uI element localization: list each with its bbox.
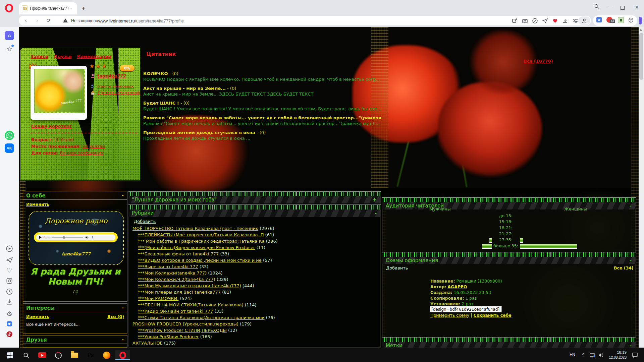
minimize-button[interactable]: — bbox=[605, 3, 615, 11]
rubric-link[interactable]: МОЁ ТВОРЧЕСТВО Татьяна Казачкова (поэт -… bbox=[132, 226, 258, 231]
reader-settings-icon[interactable] bbox=[572, 18, 578, 24]
quote-title-link[interactable]: Рамочка "Смоет море печаль и заботы... у… bbox=[143, 115, 382, 120]
send-flow-icon[interactable] bbox=[542, 18, 548, 24]
rubric-link[interactable]: ***(Мои работы)Видео-маски для Prochow P… bbox=[138, 245, 255, 250]
rubric-link[interactable]: ***Стихи.Татьяна Казачкова(Авторская стр… bbox=[138, 315, 265, 320]
play-icon[interactable] bbox=[39, 236, 42, 239]
bookmarks-star-icon[interactable]: ☆ bbox=[5, 44, 14, 54]
quote-title-link[interactable]: Будет ШАНС ! bbox=[143, 101, 179, 106]
vk-icon[interactable]: VK bbox=[5, 143, 14, 153]
opera-taskbar-icon[interactable] bbox=[115, 350, 130, 360]
opera-logo-icon[interactable] bbox=[5, 4, 13, 12]
field-value[interactable]: не указан bbox=[83, 144, 105, 149]
new-tab-button[interactable]: + bbox=[79, 4, 88, 13]
back-icon[interactable]: ‹ bbox=[22, 17, 30, 23]
make-start-link[interactable]: Сделать стартовой bbox=[97, 90, 140, 95]
about-short-link[interactable]: Скажу коротко! bbox=[31, 124, 71, 129]
field-value[interactable]: (1 Июля) bbox=[54, 137, 74, 142]
rubric-link[interactable]: ***Proshow Producer СТИЛИ,ПЕРЕХОДЫ bbox=[138, 328, 227, 333]
scheme-try-link[interactable]: Примерить схему bbox=[430, 313, 469, 318]
find-friends-link[interactable]: Найти знакомых bbox=[97, 84, 134, 89]
rubric-link[interactable]: ***ПЛЕЙКАСТЫ (Моё творчество)Татьяна Каз… bbox=[138, 232, 264, 237]
forward-icon[interactable]: › bbox=[34, 17, 41, 23]
scheme-save-link[interactable]: Сохранить себе bbox=[474, 313, 512, 318]
radio-user-link[interactable]: tane4ka777 bbox=[62, 251, 91, 256]
quotes-all-link[interactable]: Вся (10770) bbox=[524, 59, 553, 64]
reload-icon[interactable]: ⟳ bbox=[45, 17, 52, 23]
extensions-cube-icon[interactable] bbox=[628, 17, 634, 23]
rubric-link[interactable]: ***Мои плееры для Вас! tane4ka777 bbox=[138, 290, 221, 295]
blog-expand-button[interactable]: + bbox=[372, 197, 377, 203]
notification-center-icon[interactable] bbox=[632, 352, 638, 359]
schemes-add[interactable]: Добавить bbox=[385, 264, 409, 271]
profile-nav-link[interactable]: Комментарии bbox=[77, 54, 111, 59]
about-edit-link[interactable]: Изменить bbox=[26, 202, 49, 207]
downloads-icon[interactable] bbox=[5, 297, 14, 307]
close-button[interactable]: × bbox=[632, 3, 642, 11]
avatar-frame[interactable]: tane4ka 777 bbox=[31, 66, 87, 120]
settings-gear-icon[interactable]: ⚙ bbox=[5, 309, 14, 318]
rubric-link[interactable]: ***Мои РАМОЧКИ. bbox=[138, 296, 178, 301]
rubric-link[interactable]: PROSHOW PRODUCER (Уроки,стили,переходы) bbox=[132, 321, 238, 326]
whatsapp-icon[interactable] bbox=[5, 131, 14, 140]
interests-collapse-button[interactable]: - bbox=[122, 305, 124, 311]
interests-all-link[interactable]: Все (0) bbox=[107, 314, 124, 319]
download-icon[interactable] bbox=[562, 18, 568, 24]
sidebar-panel-toggle[interactable] bbox=[639, 17, 642, 24]
workspace-home-icon[interactable]: ⌂ bbox=[5, 31, 14, 40]
rubrics-collapse-button[interactable]: - bbox=[375, 210, 377, 216]
telegram-icon[interactable] bbox=[5, 255, 14, 265]
profile-avatar-button[interactable] bbox=[578, 16, 590, 25]
rubric-link[interactable]: ***Радио Он-Лайн от tane4ki 777 bbox=[138, 309, 213, 314]
player-progress[interactable] bbox=[52, 237, 83, 238]
design-code-input[interactable] bbox=[430, 306, 502, 312]
browser-search-icon[interactable] bbox=[592, 3, 602, 11]
taskbar-search-icon[interactable] bbox=[19, 350, 34, 360]
quote-title-link[interactable]: Прохладный летний дождь стучался в окна bbox=[143, 130, 255, 135]
share-edit-icon[interactable] bbox=[512, 18, 518, 24]
field-value[interactable]: Личное сообщение bbox=[59, 150, 103, 156]
username-link[interactable]: tane4ka777 bbox=[97, 73, 126, 78]
language-indicator[interactable]: EN bbox=[570, 352, 575, 357]
firefox-icon[interactable] bbox=[99, 350, 114, 360]
rubric-link[interactable]: ***Мои Коллажи(tane4ka 777) bbox=[138, 270, 207, 276]
browser-tab[interactable]: Профиль tane4ka777 - П bbox=[19, 2, 77, 14]
progress-handle[interactable] bbox=[63, 236, 65, 239]
translate-extension-icon[interactable]: a bbox=[596, 17, 602, 22]
quote-title-link[interactable]: КОЛЕЧКО bbox=[143, 71, 168, 76]
friends-collapse-button[interactable]: - bbox=[122, 337, 124, 343]
rubric-link[interactable]: ***Мои Музыкальные открытки.(tane4ka777) bbox=[138, 283, 241, 288]
tags-collapse-button[interactable]: - bbox=[630, 343, 632, 348]
history-clock-icon[interactable] bbox=[5, 287, 14, 296]
scrollbar-thumb[interactable] bbox=[639, 33, 643, 80]
rubric-link[interactable]: ***ВИДЕО,которое я создаю ,песни на мои … bbox=[138, 258, 262, 263]
scrollbar-up-arrow[interactable]: ▲ bbox=[640, 28, 642, 31]
profile-nav-link[interactable]: Записи bbox=[31, 54, 48, 59]
snapshot-camera-icon[interactable] bbox=[522, 18, 528, 24]
start-button[interactable] bbox=[3, 350, 17, 360]
maximize-button[interactable] bbox=[621, 6, 625, 10]
taskbar-clock[interactable]: 18:19 12.08.2023 bbox=[606, 350, 627, 360]
player-icon[interactable] bbox=[5, 244, 14, 253]
likes-heart-icon[interactable]: ♡ bbox=[5, 265, 14, 275]
url-text[interactable]: www.liveinternet.ru/users/tane4ka777/pro… bbox=[98, 18, 184, 23]
capture-extension-icon[interactable] bbox=[618, 17, 624, 23]
player-menu-icon[interactable]: ⋮ bbox=[91, 236, 95, 239]
rubric-link[interactable]: *** Мои работы в Графических редакторах:… bbox=[138, 239, 265, 244]
bookmark-heart-icon[interactable] bbox=[552, 18, 558, 24]
schemes-all-link[interactable]: Все (34) bbox=[614, 264, 634, 271]
media-player-icon[interactable] bbox=[35, 350, 50, 360]
rubric-link[interactable]: ***Уроки ProShow Producer bbox=[138, 334, 199, 339]
audience-collapse-button[interactable]: - bbox=[630, 203, 632, 209]
tray-expand-caret[interactable]: ^ bbox=[582, 352, 584, 357]
rubrics-add[interactable]: Добавить bbox=[132, 218, 157, 224]
interests-edit-link[interactable]: Изменить bbox=[26, 314, 49, 319]
schemes-collapse-button[interactable]: - bbox=[630, 257, 632, 263]
game-launcher-icon[interactable] bbox=[51, 350, 66, 360]
instagram-icon[interactable] bbox=[5, 276, 14, 286]
volume-icon[interactable] bbox=[85, 236, 89, 239]
pinned-site-icon[interactable] bbox=[5, 319, 14, 328]
about-collapse-button[interactable]: - bbox=[122, 192, 124, 198]
photoshop-icon[interactable]: Ps bbox=[83, 350, 98, 360]
rubric-link[interactable]: ***Мои Коллажи.Ч.2(tane4ka 777) bbox=[138, 277, 215, 282]
